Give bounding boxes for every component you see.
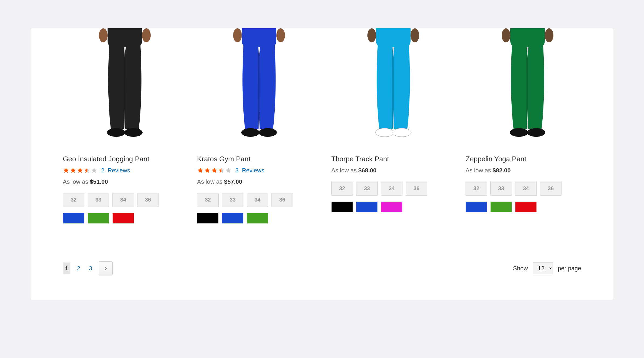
svg-point-12 bbox=[411, 28, 419, 42]
product-figure bbox=[87, 28, 163, 143]
star-icon bbox=[84, 167, 90, 174]
size-swatch[interactable]: 33 bbox=[88, 193, 109, 207]
reviews-label: Reviews bbox=[108, 167, 130, 174]
color-swatch[interactable] bbox=[381, 202, 402, 212]
as-low-as-label: As low as bbox=[331, 167, 357, 174]
svg-point-9 bbox=[259, 128, 277, 137]
color-swatch[interactable] bbox=[88, 213, 109, 224]
size-swatch[interactable]: 36 bbox=[406, 182, 427, 196]
size-swatch[interactable]: 34 bbox=[247, 193, 268, 207]
product-figure bbox=[490, 28, 565, 143]
reviews-count: 2 bbox=[101, 167, 104, 174]
color-swatch[interactable] bbox=[63, 213, 84, 224]
price-row: As low as $51.00 bbox=[63, 178, 187, 185]
svg-point-1 bbox=[99, 28, 108, 42]
star-rating bbox=[197, 167, 232, 174]
product-grid: Geo Insulated Jogging Pant 2 ReviewsAs l bbox=[63, 28, 581, 224]
size-swatch[interactable]: 32 bbox=[197, 193, 219, 207]
page-link[interactable]: 2 bbox=[75, 262, 82, 274]
color-swatch[interactable] bbox=[197, 213, 219, 224]
star-icon bbox=[91, 167, 97, 174]
size-swatch[interactable]: 36 bbox=[137, 193, 159, 207]
size-swatch[interactable]: 33 bbox=[490, 182, 512, 196]
star-icon bbox=[204, 167, 211, 174]
limiter-show-label: Show bbox=[513, 265, 528, 272]
product-image-link[interactable] bbox=[466, 28, 590, 148]
product-name-link[interactable]: Thorpe Track Pant bbox=[331, 155, 455, 164]
svg-point-3 bbox=[107, 128, 125, 137]
svg-point-19 bbox=[527, 128, 545, 137]
product-figure bbox=[221, 28, 297, 143]
color-swatch[interactable] bbox=[222, 213, 243, 224]
size-swatch[interactable]: 36 bbox=[540, 182, 562, 196]
star-icon bbox=[70, 167, 76, 174]
price-row: As low as $82.00 bbox=[466, 167, 590, 174]
size-swatch[interactable]: 32 bbox=[63, 193, 84, 207]
price-row: As low as $57.00 bbox=[197, 178, 321, 185]
page-link[interactable]: 3 bbox=[87, 262, 94, 274]
product-card: Thorpe Track PantAs low as $68.003233343… bbox=[331, 28, 455, 224]
color-swatch[interactable] bbox=[331, 202, 353, 212]
svg-point-14 bbox=[393, 128, 411, 137]
color-swatch-group bbox=[331, 202, 455, 212]
product-image-link[interactable] bbox=[63, 28, 187, 148]
reviews-link[interactable]: 3 Reviews bbox=[235, 167, 264, 174]
star-icon bbox=[218, 167, 225, 174]
product-name-link[interactable]: Geo Insulated Jogging Pant bbox=[63, 155, 187, 164]
star-icon bbox=[197, 167, 204, 174]
reviews-link[interactable]: 2 Reviews bbox=[101, 167, 130, 174]
color-swatch[interactable] bbox=[356, 202, 378, 212]
product-image-link[interactable] bbox=[197, 28, 321, 148]
color-swatch-group bbox=[466, 202, 590, 212]
reviews-count: 3 bbox=[235, 167, 239, 174]
color-swatch[interactable] bbox=[112, 213, 134, 224]
star-icon bbox=[225, 167, 232, 174]
pagination: 123 bbox=[63, 261, 113, 275]
product-card: Kratos Gym Pant 3 ReviewsAs low as $57.0 bbox=[197, 28, 321, 224]
color-swatch[interactable] bbox=[515, 202, 537, 212]
product-listing-panel: Geo Insulated Jogging Pant 2 ReviewsAs l bbox=[30, 28, 614, 300]
size-swatch[interactable]: 36 bbox=[271, 193, 293, 207]
limiter: Show 12 per page bbox=[513, 262, 581, 274]
star-icon bbox=[77, 167, 83, 174]
product-name-link[interactable]: Kratos Gym Pant bbox=[197, 155, 321, 164]
limiter-perpage-label: per page bbox=[558, 265, 581, 272]
page-current: 1 bbox=[63, 262, 70, 274]
product-name-link[interactable]: Zeppelin Yoga Pant bbox=[466, 155, 590, 164]
as-low-as-label: As low as bbox=[63, 178, 88, 185]
page-next-button[interactable] bbox=[99, 261, 113, 275]
toolbar-bottom: 123 Show 12 per page bbox=[63, 261, 581, 275]
star-icon bbox=[63, 167, 69, 174]
size-swatch-group: 32333436 bbox=[197, 193, 321, 207]
star-rating bbox=[63, 167, 97, 174]
product-card: Geo Insulated Jogging Pant 2 ReviewsAs l bbox=[63, 28, 187, 224]
svg-point-6 bbox=[233, 28, 242, 42]
rating-row: 3 Reviews bbox=[197, 167, 321, 174]
limiter-select[interactable]: 12 bbox=[533, 262, 553, 274]
size-swatch[interactable]: 32 bbox=[331, 182, 353, 196]
size-swatch[interactable]: 33 bbox=[356, 182, 378, 196]
svg-point-17 bbox=[545, 28, 553, 42]
rating-row: 2 Reviews bbox=[63, 167, 187, 174]
color-swatch[interactable] bbox=[490, 202, 512, 212]
size-swatch[interactable]: 34 bbox=[112, 193, 134, 207]
as-low-as-label: As low as bbox=[197, 178, 222, 185]
as-low-as-label: As low as bbox=[466, 167, 491, 174]
price-row: As low as $68.00 bbox=[331, 167, 455, 174]
svg-point-18 bbox=[510, 128, 528, 137]
price-value: $51.00 bbox=[90, 178, 108, 185]
svg-point-11 bbox=[367, 28, 376, 42]
color-swatch-group bbox=[197, 213, 321, 224]
size-swatch[interactable]: 34 bbox=[381, 182, 402, 196]
color-swatch[interactable] bbox=[247, 213, 268, 224]
svg-point-2 bbox=[142, 28, 151, 42]
product-figure bbox=[356, 28, 431, 143]
color-swatch[interactable] bbox=[466, 202, 487, 212]
size-swatch[interactable]: 34 bbox=[515, 182, 537, 196]
svg-point-16 bbox=[502, 28, 510, 42]
size-swatch[interactable]: 33 bbox=[222, 193, 243, 207]
chevron-right-icon bbox=[103, 266, 108, 271]
size-swatch-group: 32333436 bbox=[63, 193, 187, 207]
product-image-link[interactable] bbox=[331, 28, 455, 148]
size-swatch[interactable]: 32 bbox=[466, 182, 487, 196]
